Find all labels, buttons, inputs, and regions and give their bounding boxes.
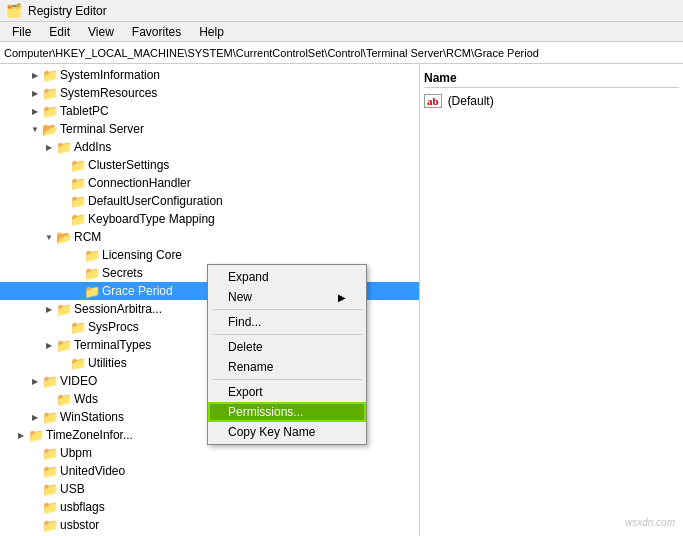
ctx-find-label: Find... (228, 315, 261, 329)
tree-item-usbstor[interactable]: 📁 usbstor (0, 516, 419, 534)
tree-item-defaultuserconfig[interactable]: 📁 DefaultUserConfiguration (0, 192, 419, 210)
ctx-delete-label: Delete (228, 340, 263, 354)
folder-icon-terminaltypes: 📁 (56, 338, 72, 352)
tree-label-defaultuserconfig: DefaultUserConfiguration (88, 194, 223, 208)
main-content: 📁 SystemInformation 📁 SystemResources 📁 … (0, 64, 683, 536)
tree-label-tabletpc: TabletPC (60, 104, 109, 118)
tree-label-usbstor: usbstor (60, 518, 99, 532)
folder-icon-connectionhandler: 📁 (70, 176, 86, 190)
expand-terminaltypes[interactable] (42, 338, 56, 352)
folder-icon-utilities: 📁 (70, 356, 86, 370)
expand-none-keyboardtype (56, 212, 70, 226)
tree-item-usbflags[interactable]: 📁 usbflags (0, 498, 419, 516)
folder-icon-addins: 📁 (56, 140, 72, 154)
expand-none-defaultuserconfig (56, 194, 70, 208)
ctx-expand[interactable]: Expand (208, 267, 366, 287)
ctx-permissions-label: Permissions... (228, 405, 303, 419)
ctx-new-label: New (228, 290, 252, 304)
tree-label-rcm: RCM (74, 230, 101, 244)
ctx-copykeyname[interactable]: Copy Key Name (208, 422, 366, 442)
expand-sysresources[interactable] (28, 86, 42, 100)
tree-item-licensingcore[interactable]: 📁 Licensing Core (0, 246, 419, 264)
ctx-rename[interactable]: Rename (208, 357, 366, 377)
expand-none-usbflags (28, 500, 42, 514)
tree-item-terminalserver[interactable]: 📂 Terminal Server (0, 120, 419, 138)
ctx-new[interactable]: New ▶ (208, 287, 366, 307)
folder-icon-timezoneinfo: 📁 (28, 428, 44, 442)
expand-tabletpc[interactable] (28, 104, 42, 118)
tree-label-unitedvideo: UnitedVideo (60, 464, 125, 478)
tree-label-utilities: Utilities (88, 356, 127, 370)
folder-icon-sysprocs: 📁 (70, 320, 86, 334)
tree-label-connectionhandler: ConnectionHandler (88, 176, 191, 190)
tree-item-connectionhandler[interactable]: 📁 ConnectionHandler (0, 174, 419, 192)
ctx-permissions[interactable]: Permissions... (208, 402, 366, 422)
expand-none-usbstor (28, 518, 42, 532)
ctx-delete[interactable]: Delete (208, 337, 366, 357)
ctx-copykeyname-label: Copy Key Name (228, 425, 315, 439)
right-panel-header: Name (424, 68, 679, 88)
ab-icon: ab (424, 94, 442, 108)
menu-help[interactable]: Help (191, 22, 232, 42)
folder-icon-usbstor: 📁 (42, 518, 58, 532)
folder-icon-systeminfo: 📁 (42, 68, 58, 82)
context-menu: Expand New ▶ Find... Delete Rename Expor… (207, 264, 367, 445)
expand-timezoneinfo[interactable] (14, 428, 28, 442)
tree-label-addins: AddIns (74, 140, 111, 154)
tree-label-usb: USB (60, 482, 85, 496)
folder-icon-usb: 📁 (42, 482, 58, 496)
expand-video[interactable] (28, 374, 42, 388)
folder-icon-usbflags: 📁 (42, 500, 58, 514)
folder-icon-wds: 📁 (56, 392, 72, 406)
tree-item-tabletpc[interactable]: 📁 TabletPC (0, 102, 419, 120)
tree-item-addins[interactable]: 📁 AddIns (0, 138, 419, 156)
ctx-export[interactable]: Export (208, 382, 366, 402)
menu-file[interactable]: File (4, 22, 39, 42)
menu-edit[interactable]: Edit (41, 22, 78, 42)
address-path: Computer\HKEY_LOCAL_MACHINE\SYSTEM\Curre… (4, 47, 539, 59)
tree-item-rcm[interactable]: 📂 RCM (0, 228, 419, 246)
menu-bar: File Edit View Favorites Help (0, 22, 683, 42)
folder-icon-tabletpc: 📁 (42, 104, 58, 118)
tree-item-ubpm[interactable]: 📁 Ubpm (0, 444, 419, 462)
tree-item-clustersettings[interactable]: 📁 ClusterSettings (0, 156, 419, 174)
tree-label-keyboardtype: KeyboardType Mapping (88, 212, 215, 226)
tree-item-keyboardtype[interactable]: 📁 KeyboardType Mapping (0, 210, 419, 228)
folder-icon-clustersettings: 📁 (70, 158, 86, 172)
ctx-divider-3 (212, 379, 362, 380)
folder-icon-secrets: 📁 (84, 266, 100, 280)
expand-none-secrets (70, 266, 84, 280)
folder-icon-ubpm: 📁 (42, 446, 58, 460)
expand-terminalserver[interactable] (28, 122, 42, 136)
folder-icon-winstations: 📁 (42, 410, 58, 424)
tree-label-systeminfo: SystemInformation (60, 68, 160, 82)
ctx-divider-1 (212, 309, 362, 310)
watermark: wsxdn.com (625, 517, 675, 528)
tree-item-unitedvideo[interactable]: 📁 UnitedVideo (0, 462, 419, 480)
tree-label-ubpm: Ubpm (60, 446, 92, 460)
expand-none-ubpm (28, 446, 42, 460)
folder-icon-terminalserver: 📂 (42, 122, 58, 136)
tree-panel: 📁 SystemInformation 📁 SystemResources 📁 … (0, 64, 420, 536)
tree-item-sysresources[interactable]: 📁 SystemResources (0, 84, 419, 102)
tree-label-timezoneinfo: TimeZoneInfor... (46, 428, 133, 442)
expand-winstations[interactable] (28, 410, 42, 424)
expand-systeminfo[interactable] (28, 68, 42, 82)
ctx-find[interactable]: Find... (208, 312, 366, 332)
menu-view[interactable]: View (80, 22, 122, 42)
ctx-export-label: Export (228, 385, 263, 399)
expand-rcm[interactable] (42, 230, 56, 244)
expand-none-clustersettings (56, 158, 70, 172)
expand-none-licensingcore (70, 248, 84, 262)
tree-item-systeminfo[interactable]: 📁 SystemInformation (0, 66, 419, 84)
right-item-name: (Default) (448, 94, 494, 108)
tree-label-terminalserver: Terminal Server (60, 122, 144, 136)
expand-none-usb (28, 482, 42, 496)
address-bar: Computer\HKEY_LOCAL_MACHINE\SYSTEM\Curre… (0, 42, 683, 64)
tree-item-usb[interactable]: 📁 USB (0, 480, 419, 498)
expand-sessionarb[interactable] (42, 302, 56, 316)
menu-favorites[interactable]: Favorites (124, 22, 189, 42)
expand-none-utilities (56, 356, 70, 370)
expand-addins[interactable] (42, 140, 56, 154)
tree-label-graceperiod: Grace Period (102, 284, 173, 298)
